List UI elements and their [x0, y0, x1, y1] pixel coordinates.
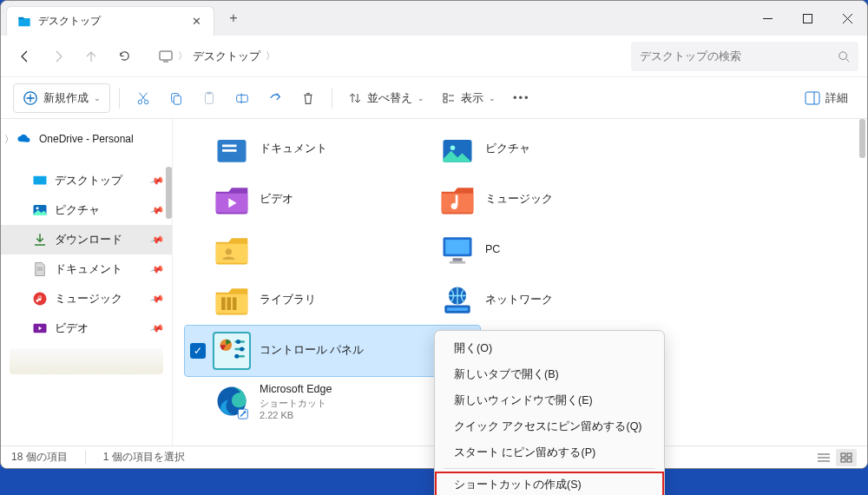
plus-circle-icon	[23, 90, 38, 106]
library-icon	[213, 281, 251, 320]
maximize-button[interactable]	[787, 1, 827, 36]
svg-point-8	[839, 51, 847, 59]
ctx-create-shortcut[interactable]: ショートカットの作成(S)	[435, 472, 664, 495]
new-button[interactable]: 新規作成 ⌄	[13, 83, 110, 113]
file-item-pictures[interactable]: ピクチャ	[431, 124, 657, 175]
ctx-pin-quick-access[interactable]: クイック アクセスにピン留めする(Q)	[435, 413, 664, 439]
forward-button[interactable]	[43, 41, 74, 72]
view-icon	[442, 91, 456, 105]
context-menu: 開く(O) 新しいタブで開く(B) 新しいウィンドウで開く(E) クイック アク…	[434, 330, 665, 495]
paste-button[interactable]	[194, 83, 224, 113]
svg-rect-27	[806, 92, 819, 104]
sort-button[interactable]: 並べ替え ⌄	[341, 83, 431, 113]
svg-rect-71	[841, 459, 845, 462]
svg-rect-6	[160, 51, 172, 60]
refresh-button[interactable]	[108, 41, 140, 72]
window-controls	[747, 1, 867, 36]
control-panel-icon	[213, 332, 251, 370]
up-button[interactable]	[76, 41, 107, 72]
file-item-network[interactable]: ネットワーク	[431, 275, 657, 326]
svg-rect-18	[174, 96, 181, 104]
folder-icon	[17, 15, 31, 29]
scissors-icon	[135, 90, 151, 106]
scrollbar-thumb[interactable]	[859, 119, 865, 158]
details-pane-button[interactable]: 詳細	[798, 83, 855, 113]
separator	[85, 451, 86, 465]
svg-rect-56	[447, 307, 468, 311]
sidebar-item-blurred[interactable]	[10, 348, 163, 374]
titlebar: デスクトップ ✕ +	[1, 1, 867, 36]
pictures-icon	[32, 202, 48, 218]
tab-active[interactable]: デスクトップ ✕	[6, 6, 214, 36]
svg-rect-20	[207, 91, 211, 94]
item-count: 18 個の項目	[11, 450, 68, 465]
chevron-down-icon: ⌄	[489, 94, 496, 102]
new-tab-button[interactable]: +	[220, 10, 247, 26]
file-item-user-folder[interactable]	[206, 225, 431, 275]
svg-point-63	[234, 354, 239, 359]
svg-line-9	[846, 58, 850, 62]
separator	[119, 88, 120, 109]
sort-icon	[348, 91, 362, 105]
ctx-pin-start[interactable]: スタート にピン留めする(P)	[435, 439, 664, 465]
scrollbar-thumb[interactable]	[166, 167, 172, 219]
svg-rect-70	[847, 453, 852, 457]
ctx-open-new-tab[interactable]: 新しいタブで開く(B)	[435, 361, 664, 387]
checkbox-checked-icon[interactable]: ✓	[190, 343, 206, 359]
tile-view-toggle[interactable]	[836, 449, 857, 466]
svg-rect-49	[450, 261, 465, 264]
pin-icon: 📌	[149, 173, 166, 188]
file-item-documents[interactable]: ドキュメント	[206, 124, 431, 175]
sidebar-item-documents[interactable]: ドキュメント📌	[1, 254, 172, 284]
sidebar-item-videos[interactable]: ビデオ📌	[1, 314, 172, 343]
chevron-right-icon[interactable]: 〉	[4, 133, 14, 146]
svg-rect-53	[233, 297, 237, 310]
sidebar-item-desktop[interactable]: デスクトップ📌	[1, 166, 172, 195]
rename-button[interactable]	[227, 83, 257, 113]
sidebar-item-pictures[interactable]: ピクチャ📌	[1, 195, 172, 225]
svg-point-14	[144, 100, 148, 104]
sidebar-item-onedrive[interactable]: 〉 OneDrive - Personal	[1, 124, 172, 154]
separator	[444, 468, 655, 469]
pin-icon: 📌	[149, 202, 166, 218]
svg-rect-21	[237, 95, 248, 102]
breadcrumb-segment[interactable]: デスクトップ	[193, 49, 260, 64]
back-button[interactable]	[10, 41, 41, 72]
search-placeholder: デスクトップの検索	[640, 49, 741, 64]
clipboard-icon	[201, 90, 217, 106]
ctx-open[interactable]: 開く(O)	[435, 335, 664, 361]
search-icon	[838, 50, 850, 63]
list-view-toggle[interactable]	[813, 449, 834, 466]
file-item-videos[interactable]: ビデオ	[206, 175, 431, 225]
svg-rect-38	[222, 149, 237, 152]
share-button[interactable]	[260, 83, 290, 113]
copy-button[interactable]	[161, 83, 191, 113]
file-item-music[interactable]: ミュージック	[431, 175, 657, 225]
ctx-open-new-window[interactable]: 新しいウィンドウで開く(E)	[435, 387, 664, 413]
search-input[interactable]: デスクトップの検索	[631, 42, 858, 71]
sidebar-item-downloads[interactable]: ダウンロード📌	[1, 225, 172, 254]
delete-button[interactable]	[293, 83, 323, 113]
svg-rect-50	[216, 294, 248, 314]
network-icon	[438, 281, 477, 320]
view-button[interactable]: 表示 ⌄	[435, 83, 503, 113]
more-button[interactable]: •••	[506, 83, 537, 113]
cut-button[interactable]	[128, 83, 158, 113]
file-item-library[interactable]: ライブラリ	[206, 275, 431, 326]
documents-folder-icon	[213, 130, 251, 168]
chevron-down-icon: ⌄	[418, 94, 424, 102]
svg-point-61	[240, 346, 244, 351]
separator	[332, 88, 332, 109]
svg-rect-23	[444, 94, 447, 97]
pc-icon	[438, 231, 477, 269]
share-icon	[267, 90, 283, 106]
minimize-button[interactable]	[747, 1, 787, 36]
sidebar-item-music[interactable]: ミュージック📌	[1, 284, 172, 314]
svg-rect-0	[18, 18, 30, 26]
cloud-icon	[16, 131, 32, 147]
close-button[interactable]	[827, 1, 867, 36]
breadcrumb[interactable]: 〉 デスクトップ 〉	[150, 42, 621, 71]
navbar: 〉 デスクトップ 〉 デスクトップの検索	[1, 36, 867, 77]
file-item-pc[interactable]: PC	[431, 225, 657, 275]
close-tab-icon[interactable]: ✕	[189, 15, 203, 29]
